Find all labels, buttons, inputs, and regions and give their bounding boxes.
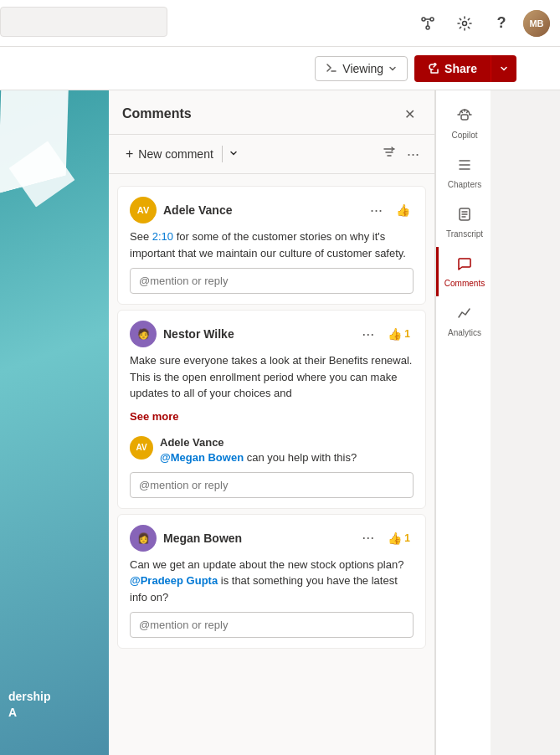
comment-card: AV Adele Vance ··· 👍 See 2:10 for some o… xyxy=(117,186,426,305)
reply-avatar: AV xyxy=(130,436,153,460)
comment-header: 🧑 Nestor Wilke ··· 👍 1 xyxy=(130,321,414,347)
analytics-icon xyxy=(456,305,473,326)
new-comment-divider xyxy=(222,146,223,162)
svg-rect-6 xyxy=(461,115,468,120)
question-icon: ? xyxy=(497,14,506,32)
reply-body: @Megan Bowen can you help with this? xyxy=(160,450,414,465)
comment-header: AV Adele Vance ··· 👍 xyxy=(130,197,414,223)
comment-author: Megan Bowen xyxy=(163,532,352,545)
sidebar-item-chapters[interactable]: Chapters xyxy=(436,148,491,198)
main-content: dership A Comments ✕ + New comment xyxy=(0,90,560,755)
like-button[interactable]: 👍 xyxy=(393,202,414,218)
sort-icon xyxy=(382,145,397,160)
comment-body: See 2:10 for some of the customer storie… xyxy=(130,229,414,261)
thumbsup-icon: 👍 xyxy=(396,203,410,217)
like-count: 1 xyxy=(404,328,410,340)
svg-point-1 xyxy=(430,18,434,21)
settings-icon-btn[interactable] xyxy=(450,8,480,39)
viewing-label: Viewing xyxy=(342,62,383,75)
viewing-icon xyxy=(326,63,337,74)
action-bar: Viewing Share xyxy=(0,47,560,90)
gear-icon xyxy=(456,15,473,32)
more-options-button[interactable]: ··· xyxy=(402,142,424,167)
copilot-icon xyxy=(455,105,474,128)
copilot-label: Copilot xyxy=(451,131,477,140)
comments-label: Comments xyxy=(444,279,485,288)
help-icon-btn[interactable]: ? xyxy=(486,8,516,39)
user-avatar[interactable]: MB xyxy=(523,10,550,37)
comment-author: Nestor Wilke xyxy=(163,327,352,341)
left-text-line2: A xyxy=(8,705,51,722)
comments-list: AV Adele Vance ··· 👍 See 2:10 for some o… xyxy=(109,174,434,755)
left-text-line1: dership xyxy=(8,689,51,706)
sidebar-item-comments[interactable]: Comments xyxy=(436,247,491,296)
left-panel: dership A xyxy=(0,90,109,755)
svg-point-0 xyxy=(422,18,425,21)
comment-header: 👩 Megan Bowen ··· 👍 1 xyxy=(130,525,414,552)
right-sidebar: Copilot Chapters xyxy=(435,90,491,755)
like-count: 1 xyxy=(404,532,410,544)
chevron-down-new-comment-icon xyxy=(229,149,238,157)
comments-header: Comments ✕ xyxy=(109,90,434,135)
sidebar-item-copilot[interactable]: Copilot xyxy=(436,97,491,148)
chapters-label: Chapters xyxy=(448,180,482,189)
share-button[interactable]: Share xyxy=(414,55,491,82)
plus-icon: + xyxy=(126,146,133,162)
new-comment-label: New comment xyxy=(138,147,213,161)
share-button-group: Share xyxy=(414,55,516,82)
share-dropdown-button[interactable] xyxy=(491,55,516,82)
reply-input[interactable] xyxy=(130,472,414,498)
avatar: AV xyxy=(130,197,157,223)
avatar: 👩 xyxy=(130,525,157,552)
thumbsup-icon: 👍 xyxy=(388,327,402,341)
comment-timestamp-link[interactable]: 2:10 xyxy=(152,230,173,243)
comment-more-button[interactable]: ··· xyxy=(358,527,378,548)
close-comments-button[interactable]: ✕ xyxy=(398,102,421,126)
comment-card: 🧑 Nestor Wilke ··· 👍 1 Make sure everyon… xyxy=(117,310,426,509)
like-button[interactable]: 👍 1 xyxy=(384,530,414,547)
new-comment-bar: + New comment ··· xyxy=(109,135,434,174)
viewing-button[interactable]: Viewing xyxy=(315,56,408,81)
transcript-label: Transcript xyxy=(446,229,483,239)
top-bar: ? MB xyxy=(0,0,560,47)
comment-body: Make sure everyone takes a look at their… xyxy=(130,352,414,402)
comment-mention: @Pradeep Gupta xyxy=(130,574,218,587)
comments-title: Comments xyxy=(122,106,192,121)
search-box[interactable] xyxy=(0,7,167,37)
see-more-button[interactable]: See more xyxy=(130,410,179,423)
svg-point-2 xyxy=(426,26,429,29)
like-button[interactable]: 👍 1 xyxy=(384,326,414,342)
chevron-down-share-icon xyxy=(500,64,508,73)
share-label: Share xyxy=(444,62,477,75)
chevron-down-icon xyxy=(388,64,397,73)
comment-more-button[interactable]: ··· xyxy=(358,324,378,345)
svg-point-5 xyxy=(463,21,467,25)
reply-input[interactable] xyxy=(130,612,414,638)
reply-comment: AV Adele Vance @Megan Bowen can you help… xyxy=(130,436,414,465)
branch-icon-btn[interactable] xyxy=(413,8,443,39)
comment-body: Can we get an update about the new stock… xyxy=(130,557,414,606)
sort-button[interactable] xyxy=(377,141,402,167)
comments-icon xyxy=(456,255,473,276)
comment-more-button[interactable]: ··· xyxy=(367,200,386,221)
reply-content: Adele Vance @Megan Bowen can you help wi… xyxy=(160,436,414,465)
comments-panel: Comments ✕ + New comment ··· xyxy=(109,90,435,755)
comment-author: Adele Vance xyxy=(163,203,360,217)
comment-card: 👩 Megan Bowen ··· 👍 1 Can we get an upda… xyxy=(117,514,426,650)
sidebar-item-transcript[interactable]: Transcript xyxy=(436,198,491,247)
reply-author: Adele Vance xyxy=(160,436,414,449)
avatar: 🧑 xyxy=(130,321,157,347)
reply-mention: @Megan Bowen xyxy=(160,451,244,464)
chapters-icon xyxy=(456,157,473,177)
transcript-icon xyxy=(456,206,473,227)
left-panel-text: dership A xyxy=(8,689,51,722)
new-comment-dropdown-button[interactable] xyxy=(224,143,243,165)
sidebar-item-analytics[interactable]: Analytics xyxy=(436,296,491,346)
analytics-label: Analytics xyxy=(448,328,481,337)
thumbsup-icon: 👍 xyxy=(388,532,402,545)
branch-icon xyxy=(419,15,436,32)
share-icon xyxy=(428,63,439,74)
new-comment-button[interactable]: + New comment xyxy=(119,141,220,167)
reply-input[interactable] xyxy=(130,268,414,294)
